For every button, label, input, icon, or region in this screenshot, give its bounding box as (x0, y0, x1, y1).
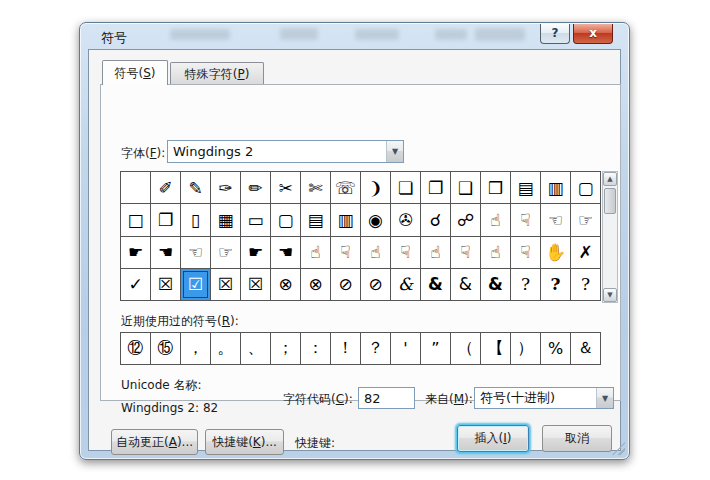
symbol-cell[interactable] (121, 172, 150, 203)
symbol-cell[interactable]: ☝ (481, 237, 510, 268)
recent-symbol-cell[interactable]: ） (511, 333, 540, 364)
symbol-cell[interactable]: & (391, 269, 420, 300)
recent-symbol-cell[interactable]: % (541, 333, 570, 364)
symbol-cell[interactable]: & (451, 269, 480, 300)
shortcut-key-button[interactable]: 快捷键(K)... (205, 429, 284, 455)
symbol-cell[interactable]: ☟ (451, 237, 480, 268)
recent-symbol-cell[interactable]: ⑫ (121, 333, 150, 364)
recent-symbol-cell[interactable]: ； (271, 333, 300, 364)
recent-symbol-cell[interactable]: ， (181, 333, 210, 364)
close-button[interactable]: x (573, 24, 613, 44)
symbol-cell[interactable]: ☞ (211, 237, 240, 268)
symbol-cell[interactable]: ☝ (481, 204, 510, 235)
recent-symbol-cell[interactable]: ！ (331, 333, 360, 364)
symbol-cell[interactable]: ▭ (241, 204, 270, 235)
symbol-cell[interactable]: ✎ (181, 172, 210, 203)
symbol-cell[interactable]: ☟ (391, 237, 420, 268)
symbol-cell[interactable]: ☞ (571, 204, 600, 235)
font-combobox[interactable]: Wingdings 2 ▼ (167, 140, 404, 163)
symbol-cell[interactable]: ▢ (271, 204, 300, 235)
symbol-cell[interactable]: ✇ (391, 204, 420, 235)
symbol-cell[interactable]: ☏ (331, 172, 360, 203)
symbol-cell[interactable]: ▯ (181, 204, 210, 235)
symbol-cell[interactable]: ▤ (511, 172, 540, 203)
symbol-cell[interactable]: ✋ (541, 237, 570, 268)
symbol-cell[interactable]: ✂ (271, 172, 300, 203)
symbol-cell[interactable]: ☛ (241, 237, 270, 268)
scroll-down-button[interactable]: ▼ (603, 288, 617, 302)
from-combobox-dropdown-button[interactable]: ▼ (596, 388, 613, 408)
tab-symbols[interactable]: 符号(S) (102, 60, 168, 85)
from-combobox-value[interactable]: 符号(十进制) (475, 389, 596, 407)
tab-special-characters[interactable]: 特殊字符(P) (170, 62, 264, 85)
symbol-cell[interactable]: ❐ (421, 172, 450, 203)
symbol-cell[interactable]: ⊘ (331, 269, 360, 300)
symbol-cell[interactable]: ☟ (511, 237, 540, 268)
recent-symbol-cell[interactable]: ？ (361, 333, 390, 364)
symbol-cell[interactable]: ☚ (271, 237, 300, 268)
symbol-cell[interactable]: ⊗ (301, 269, 330, 300)
recent-symbol-cell[interactable]: 、 (241, 333, 270, 364)
recent-symbol-cell[interactable]: ” (421, 333, 450, 364)
symbol-cell[interactable]: ☝ (361, 237, 390, 268)
symbol-cell[interactable]: ☝ (301, 237, 330, 268)
from-combobox[interactable]: 符号(十进制) ▼ (474, 387, 614, 409)
symbol-cell[interactable]: ☑ (181, 269, 210, 300)
symbol-cell[interactable]: ▢ (571, 172, 600, 203)
symbol-cell[interactable]: ✐ (151, 172, 180, 203)
symbol-cell[interactable]: ? (571, 269, 600, 300)
symbol-cell[interactable]: ◉ (361, 204, 390, 235)
recent-symbol-cell[interactable]: ⑮ (151, 333, 180, 364)
scrollbar-thumb[interactable] (604, 188, 616, 214)
symbol-cell[interactable]: ☝ (421, 237, 450, 268)
symbol-cell[interactable]: ☟ (511, 204, 540, 235)
symbol-cell[interactable]: ☍ (451, 204, 480, 235)
symbol-cell[interactable]: ☜ (181, 237, 210, 268)
recent-symbol-cell[interactable]: 。 (211, 333, 240, 364)
recent-symbol-cell[interactable]: ＆ (571, 333, 600, 364)
recent-symbol-cell[interactable]: （ (451, 333, 480, 364)
symbol-cell[interactable]: ? (541, 269, 570, 300)
symbol-cell[interactable]: ✗ (571, 237, 600, 268)
symbol-cell[interactable]: ⊘ (361, 269, 390, 300)
symbol-cell[interactable]: ❒ (481, 172, 510, 203)
character-code-input[interactable] (358, 387, 415, 409)
recent-symbol-cell[interactable]: ' (391, 333, 420, 364)
symbol-cell[interactable]: ❐ (151, 204, 180, 235)
symbol-grid-scrollbar[interactable]: ▲ ▼ (602, 171, 618, 303)
symbol-cell[interactable]: ❏ (391, 172, 420, 203)
symbol-cell[interactable]: ☒ (151, 269, 180, 300)
symbol-cell[interactable]: ☛ (121, 237, 150, 268)
autocorrect-button[interactable]: 自动更正(A)... (111, 429, 198, 455)
cancel-button[interactable]: 取消 (542, 425, 612, 452)
symbol-cell[interactable]: & (481, 269, 510, 300)
symbol-cell[interactable]: ✓ (121, 269, 150, 300)
symbol-cell[interactable]: ▦ (211, 204, 240, 235)
symbol-cell[interactable]: ▥ (331, 204, 360, 235)
recent-symbol-cell[interactable]: 【 (481, 333, 510, 364)
symbol-cell[interactable]: ☒ (241, 269, 270, 300)
insert-button[interactable]: 插入(I) (457, 425, 529, 452)
scroll-up-button[interactable]: ▲ (603, 172, 617, 186)
symbol-cell[interactable]: ▤ (301, 204, 330, 235)
symbol-cell[interactable]: ☒ (211, 269, 240, 300)
symbol-cell[interactable]: ✏ (241, 172, 270, 203)
symbol-cell[interactable]: ? (511, 269, 540, 300)
symbol-cell[interactable]: ⊗ (271, 269, 300, 300)
symbol-cell[interactable]: ☟ (331, 237, 360, 268)
recent-symbol-cell[interactable]: ： (301, 333, 330, 364)
symbol-cell[interactable]: ✄ (301, 172, 330, 203)
symbol-cell[interactable]: ❩ (361, 172, 390, 203)
chevron-down-icon: ▼ (602, 394, 608, 403)
font-combobox-value[interactable]: Wingdings 2 (168, 144, 386, 159)
symbol-cell[interactable]: □ (121, 204, 150, 235)
symbol-cell[interactable]: ☌ (421, 204, 450, 235)
symbol-cell[interactable]: ❑ (451, 172, 480, 203)
symbol-cell[interactable]: & (421, 269, 450, 300)
symbol-cell[interactable]: ▥ (541, 172, 570, 203)
symbol-cell[interactable]: ☚ (151, 237, 180, 268)
font-combobox-dropdown-button[interactable]: ▼ (386, 141, 403, 162)
symbol-cell[interactable]: ☜ (541, 204, 570, 235)
help-button[interactable]: ? (540, 24, 570, 44)
symbol-cell[interactable]: ✑ (211, 172, 240, 203)
